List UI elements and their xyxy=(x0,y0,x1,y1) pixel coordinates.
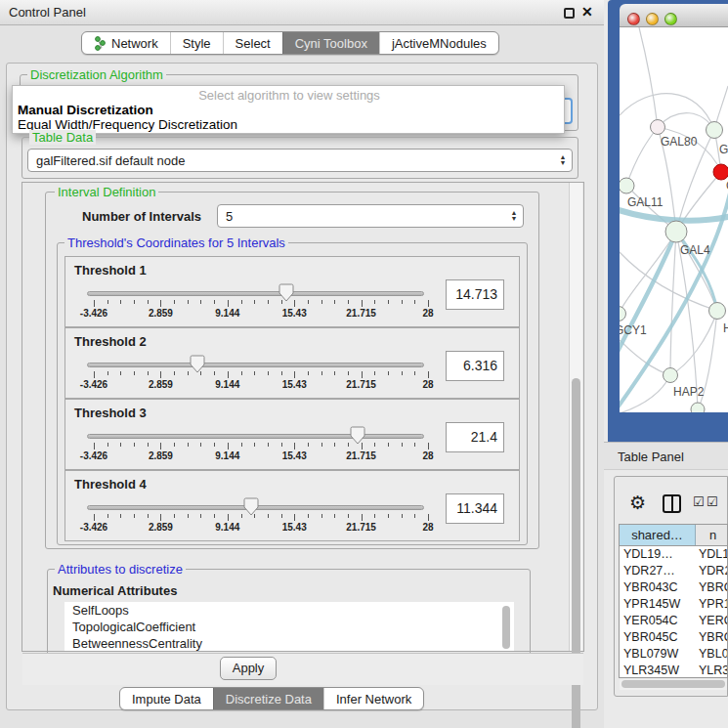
threshold-value-field[interactable]: 21.4 xyxy=(446,422,504,452)
slider-tick xyxy=(160,443,161,450)
float-window-icon[interactable] xyxy=(564,8,575,19)
network-node-hap2[interactable] xyxy=(664,368,678,383)
slider-tick-label: 2.859 xyxy=(136,308,185,319)
slider-tick xyxy=(281,514,282,518)
horizontal-scrollbar[interactable] xyxy=(620,679,727,690)
control-panel-tab-bar: NetworkStyleSelectCyni ToolboxjActiveMNo… xyxy=(81,31,499,55)
scrollbar-thumb[interactable] xyxy=(621,680,725,688)
slider-tick-label: 15.43 xyxy=(270,379,319,390)
table-row[interactable]: YDL19…YDL1 xyxy=(620,546,727,563)
tab-impute-data[interactable]: Impute Data xyxy=(120,688,213,709)
node-table[interactable]: shared… n YDL19…YDL1YDR27…YDR2YBR043CYBR… xyxy=(619,524,728,678)
gear-icon[interactable]: ⚙ xyxy=(629,492,646,514)
slider-tick xyxy=(200,300,201,304)
network-node-gal11[interactable] xyxy=(620,178,634,193)
slider-tick-label: 15.43 xyxy=(270,308,319,319)
tab-cyni-toolbox[interactable]: Cyni Toolbox xyxy=(282,32,379,54)
table-row[interactable]: YPR145WYPR1 xyxy=(620,596,727,613)
close-traffic-light[interactable] xyxy=(627,13,640,25)
checkbox-icon[interactable]: ☑ xyxy=(707,494,718,509)
network-node-g[interactable] xyxy=(707,122,723,139)
slider-tick xyxy=(134,443,135,447)
network-node[interactable] xyxy=(691,403,705,412)
checkbox-icon[interactable]: ☑ xyxy=(693,494,705,509)
slider-tick-label: -3.426 xyxy=(69,308,118,319)
network-node-gal80[interactable] xyxy=(651,120,665,135)
slider-thumb[interactable] xyxy=(350,426,365,445)
dropdown-option-manual[interactable]: Manual Discretization xyxy=(16,103,563,117)
slider-tick xyxy=(294,371,295,378)
vertical-scrollbar[interactable] xyxy=(569,183,582,651)
cell-shared-name: YBL079W xyxy=(620,646,696,663)
network-node-gcy1[interactable] xyxy=(620,307,626,321)
table-row[interactable]: YBR043CYBRO xyxy=(620,579,727,596)
numerical-attributes-list[interactable]: SelfLoopsTopologicalCoefficientBetweenne… xyxy=(64,602,514,651)
threshold-value-field[interactable]: 11.344 xyxy=(446,493,504,524)
slider-tick xyxy=(414,443,415,447)
number-of-intervals-combobox[interactable]: 5 ▲▼ xyxy=(217,204,524,228)
tab-jactivemnodules[interactable]: jActiveMNodules xyxy=(379,32,498,54)
column-header-name[interactable]: n xyxy=(696,525,727,545)
attribute-list-item[interactable]: TopologicalCoefficient xyxy=(64,619,514,635)
column-header-shared-name[interactable]: shared… xyxy=(620,525,696,545)
network-node-label: GAL4 xyxy=(680,243,710,257)
close-icon[interactable]: ✕ xyxy=(581,4,593,20)
slider-thumb[interactable] xyxy=(243,497,259,516)
tab-select[interactable]: Select xyxy=(223,32,282,54)
slider-tick xyxy=(348,371,349,375)
network-edge xyxy=(639,27,658,127)
attribute-list-item[interactable]: BetweennessCentrality xyxy=(64,635,514,651)
slider-tick xyxy=(428,300,429,307)
network-node-h[interactable] xyxy=(709,303,726,320)
slider-track[interactable] xyxy=(87,363,424,367)
slider-track[interactable] xyxy=(87,434,424,439)
tab-label: jActiveMNodules xyxy=(392,36,487,51)
slider-tick xyxy=(414,371,415,375)
table-panel-title: Table Panel xyxy=(618,450,684,464)
minimize-traffic-light[interactable] xyxy=(646,13,659,25)
column-split-icon[interactable] xyxy=(663,494,681,513)
slider-thumb[interactable] xyxy=(278,283,294,302)
table-row[interactable]: YER054CYERO xyxy=(620,613,727,629)
dropdown-option-equal-width[interactable]: Equal Width/Frequency Discretization xyxy=(16,117,563,132)
thresholds-group-label: Threshold's Coordinates for 5 Intervals xyxy=(64,236,288,250)
slider-tick xyxy=(428,371,429,378)
table-row[interactable]: YLR345WYLR3 xyxy=(620,663,727,678)
slider-tick xyxy=(402,371,403,375)
slider-tick-label: 9.144 xyxy=(203,379,252,390)
list-scrollbar-thumb[interactable] xyxy=(502,606,510,649)
threshold-row-3: Threshold 3-3.4262.8599.14415.4321.71528… xyxy=(64,399,520,470)
zoom-traffic-light[interactable] xyxy=(664,13,677,25)
table-data-combobox[interactable]: galFiltered.sif default node ▲▼ xyxy=(27,149,573,172)
threshold-value-field[interactable]: 6.316 xyxy=(446,351,504,381)
slider-tick xyxy=(254,443,255,447)
table-row[interactable]: YDR27…YDR2 xyxy=(620,563,727,579)
table-row[interactable]: YBL079WYBL0 xyxy=(620,646,727,663)
threshold-value-field[interactable]: 14.713 xyxy=(446,279,504,310)
slider-tick xyxy=(268,514,269,518)
slider-tick xyxy=(402,300,403,304)
slider-tick xyxy=(107,371,108,375)
slider-tick xyxy=(414,300,415,304)
network-node-c[interactable] xyxy=(713,164,728,180)
attribute-list-item[interactable]: SelfLoops xyxy=(64,602,514,619)
table-row[interactable]: YBR045CYBRO xyxy=(620,629,727,646)
threshold-row-4: Threshold 4-3.4262.8599.14415.4321.71528… xyxy=(64,470,520,541)
tab-style[interactable]: Style xyxy=(170,32,223,54)
tab-label: Impute Data xyxy=(132,692,201,707)
slider-track[interactable] xyxy=(87,291,424,296)
tab-discretize-data[interactable]: Discretize Data xyxy=(213,688,323,709)
apply-row xyxy=(22,653,583,685)
network-canvas[interactable]: GAL80GCGAL11GAL4GCY1HHAP2 xyxy=(620,27,728,412)
slider-thumb[interactable] xyxy=(190,355,205,373)
slider-tick xyxy=(334,443,335,447)
control-panel-titlebar: Control Panel ✕ xyxy=(0,0,604,25)
slider-tick-label: 2.859 xyxy=(136,379,185,390)
slider-tick xyxy=(120,514,121,518)
cell-shared-name: YBR043C xyxy=(620,579,696,596)
tab-infer-network[interactable]: Infer Network xyxy=(323,688,423,709)
tab-network[interactable]: Network xyxy=(82,32,170,54)
apply-button[interactable]: Apply xyxy=(220,657,277,680)
network-node-gal4[interactable] xyxy=(665,221,687,242)
slider-tick xyxy=(160,300,161,307)
